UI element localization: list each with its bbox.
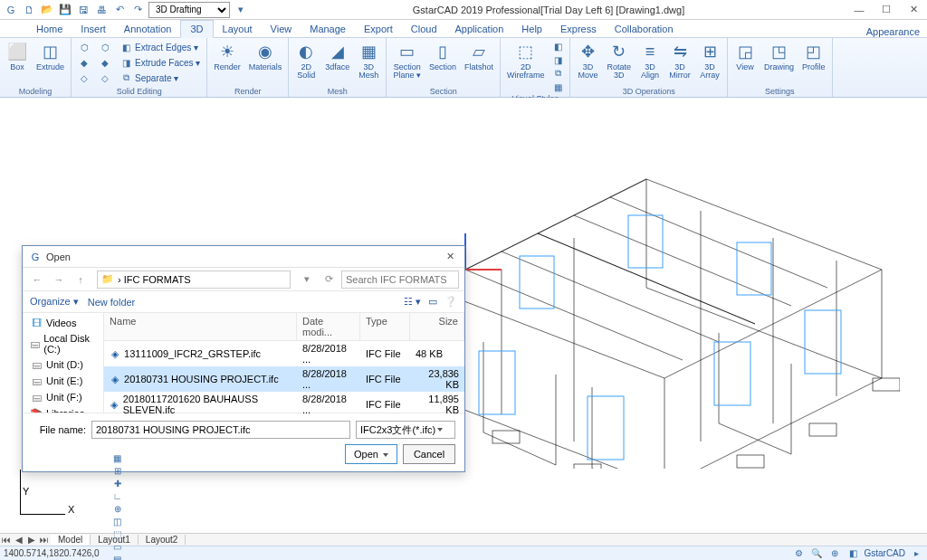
ribbon-button-3d-align[interactable]: ≡3D Align <box>636 40 664 81</box>
status-toggle[interactable]: ▦ <box>110 452 125 465</box>
ribbon-small-icon[interactable]: ▦ <box>550 81 566 93</box>
tab-home[interactable]: Home <box>27 21 72 37</box>
status-icon[interactable]: ◧ <box>846 547 860 560</box>
ribbon-button-extrude[interactable]: ◨Extrude Faces ▾ <box>117 55 203 70</box>
ribbon-button-3dface[interactable]: ◢3dface <box>322 40 352 72</box>
app-icon[interactable]: G <box>4 3 18 17</box>
qat-more-icon[interactable]: ▾ <box>234 3 248 17</box>
nav-dropdown-button[interactable]: ▾ <box>298 271 316 289</box>
dialog-close-button[interactable]: ✕ <box>441 251 459 262</box>
minimize-button[interactable]: — <box>846 1 873 19</box>
ribbon-button-3d-move[interactable]: ✥3D Move <box>574 40 601 81</box>
ribbon-button-materials[interactable]: ◉Materials <box>246 40 285 72</box>
ribbon-button-extrude[interactable]: ◫Extrude <box>33 40 67 72</box>
tab-view[interactable]: View <box>262 21 301 37</box>
sidebar-item-unit-d-[interactable]: 🖴Unit (D:) <box>23 356 103 373</box>
search-input[interactable] <box>341 271 459 289</box>
tab-help[interactable]: Help <box>512 21 551 37</box>
ribbon-button-view[interactable]: ◲View <box>731 40 759 72</box>
status-toggle[interactable]: ⊕ <box>110 503 125 516</box>
ribbon-button-3d-mesh[interactable]: ▦3D Mesh <box>355 40 382 81</box>
sidebar-item-unit-f-[interactable]: 🖴Unit (F:) <box>23 389 103 405</box>
nav-back-button[interactable]: ← <box>28 271 46 289</box>
sidebar-item-libraries[interactable]: 📚Libraries <box>23 405 103 413</box>
help-icon[interactable]: ❔ <box>444 296 457 308</box>
status-icon[interactable]: ⚙ <box>791 547 806 560</box>
filetype-dropdown[interactable]: IFC2x3文件(*.ifc) <box>356 421 455 439</box>
file-row[interactable]: ◈20180117201620 BAUHAUSS SLEVEN.ifc8/28/… <box>104 392 464 417</box>
sidebar-item-videos[interactable]: 🎞Videos <box>23 315 103 331</box>
tab-collaboration[interactable]: Collaboration <box>606 21 683 37</box>
ribbon-button-extract[interactable]: ◧Extract Edges ▾ <box>117 40 203 54</box>
ribbon-button-flatshot[interactable]: ▱Flatshot <box>462 40 496 72</box>
sidebar-item-unit-e-[interactable]: 🖴Unit (E:) <box>23 373 103 389</box>
ribbon-small-button[interactable]: ◆ <box>75 55 93 70</box>
tab-express[interactable]: Express <box>551 21 606 37</box>
ribbon-button-section-plane-▾[interactable]: ▭Section Plane ▾ <box>390 40 424 81</box>
ribbon-button-3d-array[interactable]: ⊞3D Array <box>696 40 723 81</box>
file-row[interactable]: ◈13111009_IFCR2_GRSTEP.ifc8/28/2018 ...I… <box>104 341 464 366</box>
ribbon-button-3d-mirror[interactable]: ⇋3D Mirror <box>666 40 693 81</box>
ribbon-small-button[interactable]: ⬡ <box>75 40 93 54</box>
view-mode-button[interactable]: ☷ ▾ <box>404 296 421 308</box>
tab-manage[interactable]: Manage <box>301 21 355 37</box>
nav-up-button[interactable]: ↑ <box>72 271 90 289</box>
status-toggle[interactable]: ⬚ <box>110 528 125 541</box>
header-size[interactable]: Size <box>410 313 464 340</box>
status-toggle[interactable]: ▤ <box>110 554 125 561</box>
ribbon-small-icon[interactable]: ⬡ <box>96 40 114 54</box>
ribbon-small-button[interactable]: ◇ <box>75 71 93 85</box>
tab-insert[interactable]: Insert <box>72 21 115 37</box>
workspace-dropdown[interactable]: 3D Drafting <box>148 2 230 18</box>
status-expand-icon[interactable]: ▸ <box>909 547 923 560</box>
ribbon-button-2d-wireframe[interactable]: ⬚2D Wireframe <box>504 40 548 81</box>
sidebar-item-local-disk-c-[interactable]: 🖴Local Disk (C:) <box>23 331 103 356</box>
cancel-button[interactable]: Cancel <box>403 444 455 464</box>
drawing-canvas[interactable]: Y X G Open ✕ ← → ↑ 📁 › IFC FORMATS ▾ ⟳ O… <box>0 98 927 533</box>
breadcrumb[interactable]: 📁 › IFC FORMATS <box>97 271 291 289</box>
ribbon-button-rotate-3d[interactable]: ↻Rotate 3D <box>604 40 634 81</box>
file-list-header[interactable]: Name Date modi... Type Size <box>104 313 464 341</box>
status-toggle[interactable]: ✚ <box>110 478 125 490</box>
ribbon-button-2d-solid[interactable]: ◐2D Solid <box>292 40 320 81</box>
nav-forward-button[interactable]: → <box>50 271 68 289</box>
ribbon-button-section[interactable]: ▯Section <box>426 40 459 72</box>
tab-nav-button[interactable]: ◀ <box>13 535 25 545</box>
print-icon[interactable]: 🖶 <box>94 3 109 17</box>
ribbon-small-icon[interactable]: ◇ <box>96 71 114 85</box>
undo-icon[interactable]: ↶ <box>112 3 127 17</box>
ribbon-small-icon[interactable]: ⧉ <box>550 67 566 80</box>
appearance-link[interactable]: Appearance <box>866 26 927 37</box>
ribbon-button-box[interactable]: ⬜Box <box>4 40 31 72</box>
redo-icon[interactable]: ↷ <box>130 3 145 17</box>
open-button[interactable]: Open <box>345 444 397 464</box>
new-icon[interactable]: 🗋 <box>22 3 36 17</box>
preview-button[interactable]: ▭ <box>428 296 437 308</box>
maximize-button[interactable]: ☐ <box>873 1 900 19</box>
ribbon-button-separate[interactable]: ⧉Separate ▾ <box>117 71 203 85</box>
filename-input[interactable] <box>91 421 350 439</box>
layout-tab-model[interactable]: Model <box>51 535 91 545</box>
ribbon-small-icon[interactable]: ◧ <box>550 40 566 52</box>
status-toggle[interactable]: ⊞ <box>110 465 125 478</box>
nav-refresh-button[interactable]: ⟳ <box>320 271 338 289</box>
ribbon-small-icon[interactable]: ◨ <box>550 53 566 66</box>
tab-layout[interactable]: Layout <box>214 21 262 37</box>
open-icon[interactable]: 📂 <box>40 3 54 17</box>
tab-annotation[interactable]: Annotation <box>115 21 181 37</box>
dialog-titlebar[interactable]: G Open ✕ <box>23 246 464 268</box>
tab-nav-button[interactable]: ▶ <box>25 535 38 545</box>
ribbon-button-render[interactable]: ☀Render <box>211 40 244 72</box>
close-button[interactable]: ✕ <box>900 1 927 19</box>
layout-tab-layout2[interactable]: Layout2 <box>139 535 186 545</box>
header-type[interactable]: Type <box>360 313 410 340</box>
status-icon[interactable]: 🔍 <box>809 547 824 560</box>
tab-cloud[interactable]: Cloud <box>402 21 446 37</box>
header-date[interactable]: Date modi... <box>297 313 360 340</box>
organize-button[interactable]: Organize ▾ <box>30 296 79 308</box>
status-icon[interactable]: ⊕ <box>827 547 842 560</box>
newfolder-button[interactable]: New folder <box>88 297 136 308</box>
ribbon-button-drawing[interactable]: ◳Drawing <box>761 40 797 72</box>
tab-application[interactable]: Application <box>446 21 513 37</box>
ribbon-small-icon[interactable]: ◆ <box>96 55 114 70</box>
